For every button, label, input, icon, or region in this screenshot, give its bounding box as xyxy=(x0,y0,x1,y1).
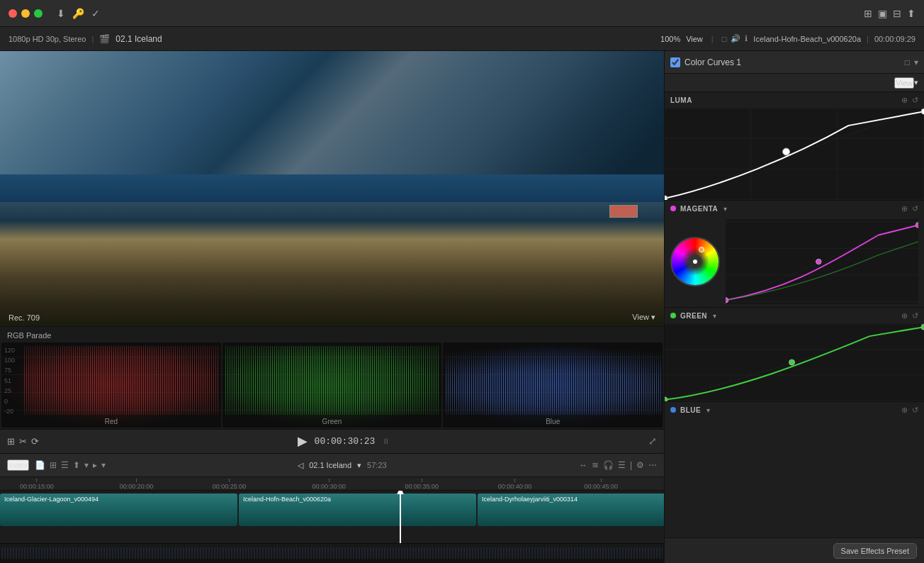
green-expand-icon[interactable]: ▾ xyxy=(713,312,716,320)
export-icon[interactable]: ⬆ xyxy=(73,460,80,470)
green-eyedropper-icon[interactable]: ⊕ xyxy=(901,311,908,320)
lanes-icon[interactable]: ☰ xyxy=(618,460,626,470)
blue-eyedropper-icon[interactable]: ⊕ xyxy=(901,406,908,415)
audio-waveform xyxy=(1,547,663,559)
waveform-blue-panel: Blue xyxy=(443,342,663,428)
clip-label-glacier: Iceland-Glacier-Lagoon_v000494 xyxy=(4,496,98,503)
timeline-center: ◁ 02.1 Iceland ▾ 57:23 xyxy=(111,461,573,470)
svg-point-28 xyxy=(921,324,924,330)
resolution-label: 1080p HD 30p, Stereo xyxy=(9,35,86,43)
transport-left: ⊞ ✂ ⟳ xyxy=(7,436,39,447)
waveform-title: RGB Parade xyxy=(0,331,664,340)
blue-expand-icon[interactable]: ▾ xyxy=(706,406,710,414)
chevron-down-icon[interactable]: ▾ xyxy=(84,460,89,470)
magenta-reset-icon[interactable]: ↺ xyxy=(912,204,918,213)
grid-icon[interactable]: ☰ xyxy=(61,460,69,470)
svg-point-26 xyxy=(665,397,667,401)
maximize-button[interactable] xyxy=(34,9,43,18)
magenta-curve-header: MAGENTA ▾ ⊕ ↺ xyxy=(665,201,924,216)
green-curve-section: GREEN ▾ ⊕ ↺ xyxy=(665,308,924,402)
info-bar: 1080p HD 30p, Stereo | 🎬 02.1 Iceland 10… xyxy=(0,27,924,51)
blue-curve-header: BLUE ▾ ⊕ ↺ xyxy=(665,402,924,418)
waveform-container: 1201007551250-20 Red Green Blue xyxy=(0,342,664,428)
info-icon: ℹ xyxy=(745,34,748,43)
magenta-eyedropper-icon[interactable]: ⊕ xyxy=(901,204,908,213)
blue-reset-icon[interactable]: ↺ xyxy=(912,406,918,415)
select-icon[interactable]: ▸ xyxy=(93,460,97,470)
grid-icon[interactable]: ⊞ xyxy=(864,8,872,19)
download-icon[interactable]: ⬇ xyxy=(57,8,65,19)
magenta-curve-icons: ⊕ ↺ xyxy=(901,204,918,213)
green-curve-icons: ⊕ ↺ xyxy=(901,311,918,320)
check-icon[interactable]: ✓ xyxy=(91,8,100,19)
play-button[interactable]: ▶ xyxy=(298,433,308,449)
luma-curve-section: LUMA ⊕ ↺ xyxy=(665,92,924,201)
markers-icon[interactable]: | xyxy=(630,460,632,470)
effect-copy-icon[interactable]: □ xyxy=(905,57,910,67)
clip-view-icon[interactable]: 📄 xyxy=(35,460,45,470)
info-screen-icon: □ xyxy=(722,35,727,43)
ruler-mark-25: 00:00:25:00 xyxy=(213,477,247,490)
timecode-label: 00:00:09:29 xyxy=(874,35,915,43)
color-wheel[interactable] xyxy=(670,237,720,286)
timeline-bar: Index 📄 ⊞ ☰ ⬆ ▾ ▸ ▾ ◁ 02.1 Iceland ▾ 57:… xyxy=(0,453,664,477)
share-icon[interactable]: ⬆ xyxy=(907,8,915,19)
luma-reset-icon[interactable]: ↺ xyxy=(912,96,918,105)
clip-icon: 🎬 xyxy=(99,34,110,44)
index-button[interactable]: Index xyxy=(7,459,29,471)
transport-center: ▶ 00:00:30:23 ⏸ xyxy=(46,433,641,449)
luma-eyedropper-icon[interactable]: ⊕ xyxy=(901,96,908,105)
video-background xyxy=(0,51,664,326)
settings-icon[interactable]: ⚙ xyxy=(636,460,644,470)
preview-view-button[interactable]: View ▾ xyxy=(632,313,655,322)
close-button[interactable] xyxy=(9,9,17,18)
trim-icon[interactable]: ✂ xyxy=(19,436,27,447)
clip-view-icon[interactable]: ⊞ xyxy=(7,436,15,447)
go-prev-icon[interactable]: ◁ xyxy=(298,461,303,470)
zoom-in-icon[interactable]: ↔ xyxy=(579,460,587,470)
save-effects-button[interactable]: Save Effects Preset xyxy=(833,543,917,559)
layout-icon[interactable]: ⊟ xyxy=(893,8,901,19)
effect-enable-checkbox[interactable] xyxy=(670,57,680,67)
effect-view-dropdown[interactable]: View xyxy=(894,77,914,89)
timeline-tracks: Iceland-Glacier-Lagoon_v000494 Iceland-H… xyxy=(0,490,664,543)
zoom-level-button[interactable]: 100% xyxy=(660,35,680,43)
clip-glacier-lagoon[interactable]: Iceland-Glacier-Lagoon_v000494 xyxy=(0,494,237,526)
fullscreen-icon[interactable]: ⤢ xyxy=(648,435,657,447)
speed-icon[interactable]: ⟳ xyxy=(31,436,39,447)
right-panel: Color Curves 1 □ ▾ View ▾ LUMA ⊕ ↺ xyxy=(664,51,924,563)
waveform-scale-red: 1201007551250-20 xyxy=(4,345,15,417)
wave-icon[interactable]: ≋ xyxy=(592,460,599,470)
clip-hofn-beach[interactable]: Iceland-Hofn-Beach_v000620a xyxy=(239,494,476,526)
info-left: 1080p HD 30p, Stereo | 🎬 02.1 Iceland xyxy=(9,34,660,44)
green-curve-canvas[interactable] xyxy=(665,323,924,401)
headphones-icon[interactable]: 🎧 xyxy=(603,460,614,470)
panels-icon[interactable]: ▣ xyxy=(878,8,887,19)
view-arrow-icon[interactable]: ▾ xyxy=(914,78,918,87)
list-icon[interactable]: ⊞ xyxy=(50,460,57,470)
toolbar-icons: ⬇ 🔑 ✓ xyxy=(57,8,100,19)
luma-curve-canvas[interactable] xyxy=(665,108,924,200)
waveform-red-label: Red xyxy=(1,418,221,425)
pause-icon[interactable]: ⏸ xyxy=(382,437,390,445)
magenta-color-wheel-area xyxy=(665,216,924,307)
select-arrow-icon[interactable]: ▾ xyxy=(101,460,106,470)
transport-bar: ⊞ ✂ ⟳ ▶ 00:00:30:23 ⏸ ⤢ xyxy=(0,429,664,453)
ruler-marks: 00:00:15:00 00:00:20:00 00:00:25:00 00:0… xyxy=(0,477,664,490)
overflow-icon[interactable]: ⋯ xyxy=(648,460,657,470)
magenta-expand-icon[interactable]: ▾ xyxy=(723,205,727,213)
view-button[interactable]: View xyxy=(686,35,703,43)
minimize-button[interactable] xyxy=(21,9,30,18)
svg-point-19 xyxy=(816,259,822,264)
clip-dyrholaey-1[interactable]: Iceland-Dyrholaeyjarviiti_v000314 xyxy=(478,494,664,526)
clip-name-chevron[interactable]: ▾ xyxy=(357,461,361,470)
effect-settings-icon[interactable]: ▾ xyxy=(914,57,918,67)
magenta-curve-canvas[interactable] xyxy=(726,219,918,304)
green-reset-icon[interactable]: ↺ xyxy=(912,311,918,320)
svg-point-18 xyxy=(726,298,728,303)
wheel-center-dot xyxy=(693,260,697,264)
waveform-green-panel: Green xyxy=(222,342,442,428)
luma-label: LUMA xyxy=(670,96,692,104)
key-icon[interactable]: 🔑 xyxy=(72,8,84,19)
svg-line-17 xyxy=(726,222,918,302)
